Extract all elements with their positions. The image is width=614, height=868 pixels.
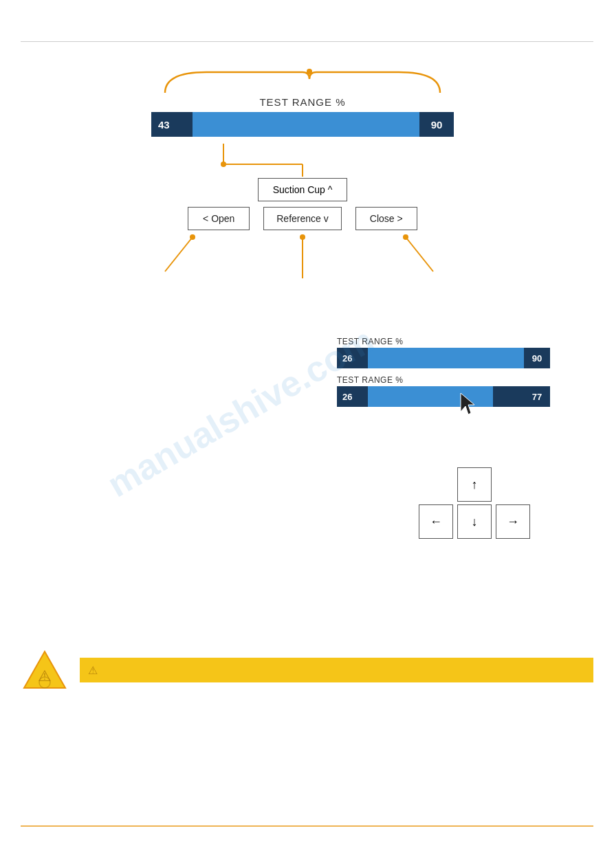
- cursor-icon: [457, 390, 485, 417]
- progress-bar-fill: [193, 112, 419, 137]
- annotation-arrows: [151, 230, 454, 299]
- lower-bar-1-left: 26: [337, 348, 368, 368]
- warning-icon-box: ⚠: [21, 646, 69, 694]
- lower-bar-1-right: 90: [524, 348, 550, 368]
- svg-line-5: [165, 237, 193, 271]
- svg-point-6: [190, 234, 195, 240]
- warning-bar: ⚠ ⚠: [21, 646, 593, 694]
- svg-text:⚠: ⚠: [38, 667, 52, 685]
- brace-container: [151, 69, 454, 96]
- close-button[interactable]: Close >: [355, 207, 417, 230]
- lower-bar-1-fill: [368, 348, 524, 368]
- nav-mid-row: ← ↓ →: [406, 504, 543, 539]
- brace-svg: [151, 69, 454, 96]
- suction-cup-button[interactable]: Suction Cup ^: [258, 178, 347, 201]
- svg-point-10: [403, 234, 408, 240]
- lower-test-label-2: TEST RANGE %: [337, 375, 571, 385]
- progress-bar: 43 90: [151, 112, 454, 137]
- nav-down-button[interactable]: ↓: [457, 504, 492, 539]
- reference-button[interactable]: Reference v: [263, 207, 341, 230]
- lower-group: TEST RANGE % 26 90 TEST RANGE % 26 77: [337, 337, 571, 414]
- buttons-row: < Open Reference v Close >: [138, 207, 468, 230]
- lower-bar-2-right: 77: [524, 386, 550, 407]
- progress-bar-left-value: 43: [151, 112, 193, 137]
- progress-bar-right-value: 90: [419, 112, 454, 137]
- lower-bar-2-fill: [368, 386, 524, 407]
- bottom-divider: [21, 825, 593, 827]
- nav-left-button[interactable]: ←: [419, 504, 453, 539]
- test-range-label: TEST RANGE %: [138, 96, 468, 108]
- svg-marker-11: [461, 393, 474, 414]
- nav-right-button[interactable]: →: [496, 504, 530, 539]
- lower-bar-1: 26 90: [337, 348, 550, 368]
- nav-up-button[interactable]: ↑: [457, 467, 492, 502]
- warning-triangle-icon: ⚠: [88, 664, 98, 677]
- diagram-area: TEST RANGE % 43 90 Suction Cup ^ < Open …: [138, 69, 468, 299]
- svg-line-9: [406, 237, 433, 271]
- lower-bar-2: 26 77: [337, 386, 550, 407]
- open-button[interactable]: < Open: [188, 207, 250, 230]
- lower-test-label-1: TEST RANGE %: [337, 337, 571, 346]
- arrow-line-svg: [151, 144, 454, 178]
- suction-row: Suction Cup ^: [138, 178, 468, 201]
- lower-bar-2-left: 26: [337, 386, 368, 407]
- warning-yellow-bar: ⚠: [80, 658, 593, 682]
- svg-point-0: [307, 69, 312, 74]
- nav-up-row: ↑: [406, 467, 543, 502]
- top-divider: [21, 41, 593, 42]
- svg-point-8: [300, 234, 305, 240]
- nav-arrows: ↑ ← ↓ →: [406, 467, 543, 542]
